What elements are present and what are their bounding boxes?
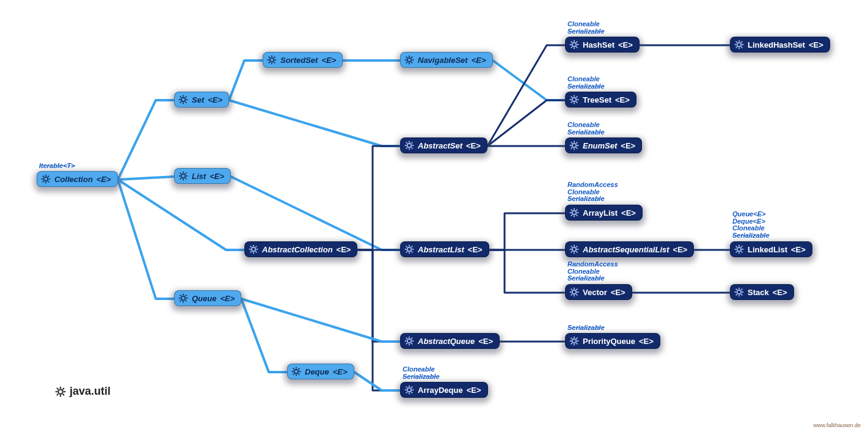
node-generic: <E> bbox=[466, 141, 481, 150]
gear-icon bbox=[178, 171, 188, 181]
svg-line-23 bbox=[43, 176, 44, 177]
node-queue[interactable]: Queue<E> bbox=[174, 290, 241, 306]
svg-line-214 bbox=[736, 294, 737, 295]
node-arraydeque[interactable]: ArrayDeque<E> bbox=[400, 382, 488, 398]
node-abscoll[interactable]: AbstractCollection<E> bbox=[244, 241, 357, 257]
svg-point-54 bbox=[270, 58, 274, 62]
node-sortedset[interactable]: SortedSet<E> bbox=[263, 52, 343, 68]
package-label: java.util bbox=[55, 385, 111, 398]
node-name: AbstractQueue bbox=[418, 337, 475, 346]
node-stack[interactable]: Stack<E> bbox=[730, 284, 794, 300]
node-name: Collection bbox=[54, 175, 93, 184]
node-name: Queue bbox=[192, 294, 216, 303]
gear-icon bbox=[404, 55, 414, 65]
svg-point-189 bbox=[737, 43, 742, 47]
node-name: Deque bbox=[305, 367, 329, 376]
svg-line-79 bbox=[293, 373, 294, 375]
svg-line-158 bbox=[571, 210, 572, 211]
svg-point-63 bbox=[252, 247, 256, 252]
node-absseqlist[interactable]: AbstractSequentialList<E> bbox=[565, 241, 694, 257]
annotation-prioqueue: Serializable bbox=[567, 324, 605, 332]
node-treeset[interactable]: TreeSet<E> bbox=[565, 92, 636, 108]
svg-line-206 bbox=[741, 246, 742, 247]
svg-line-123 bbox=[411, 392, 412, 393]
node-generic: <E> bbox=[611, 288, 625, 297]
node-name: AbstractList bbox=[418, 245, 464, 254]
svg-line-168 bbox=[576, 251, 577, 252]
node-hashset[interactable]: HashSet<E> bbox=[565, 37, 640, 53]
gear-icon bbox=[178, 293, 188, 303]
svg-line-131 bbox=[571, 42, 572, 43]
node-name: ArrayList bbox=[583, 208, 618, 218]
svg-line-205 bbox=[736, 251, 737, 252]
svg-line-107 bbox=[411, 246, 412, 247]
node-generic: <E> bbox=[621, 208, 636, 218]
svg-line-89 bbox=[411, 57, 412, 58]
annotation-treeset: CloneableSerializable bbox=[567, 76, 605, 90]
svg-line-80 bbox=[298, 368, 299, 370]
node-prioqueue[interactable]: PriorityQueue<E> bbox=[565, 333, 660, 349]
svg-point-135 bbox=[572, 98, 577, 102]
node-name: HashSet bbox=[583, 40, 615, 49]
svg-line-142 bbox=[571, 101, 572, 103]
svg-line-133 bbox=[571, 46, 572, 48]
gear-icon bbox=[569, 141, 579, 150]
node-list[interactable]: List<E> bbox=[174, 168, 231, 184]
svg-line-212 bbox=[736, 289, 737, 290]
node-absset[interactable]: AbstractSet<E> bbox=[400, 137, 487, 153]
svg-line-104 bbox=[406, 246, 407, 247]
annotation-arraylist: RandomAccessCloneableSerializable bbox=[567, 181, 618, 203]
node-collection[interactable]: Collection<E> bbox=[37, 171, 118, 187]
svg-line-70 bbox=[250, 251, 252, 252]
gear-icon bbox=[569, 40, 579, 49]
svg-line-16 bbox=[57, 394, 58, 395]
node-linkedlist[interactable]: LinkedList<E> bbox=[730, 241, 812, 257]
svg-line-186 bbox=[576, 343, 577, 344]
gear-icon bbox=[734, 244, 744, 254]
node-name: AbstractCollection bbox=[262, 245, 333, 254]
node-name: LinkedHashSet bbox=[748, 40, 805, 49]
node-abslist[interactable]: AbstractList<E> bbox=[400, 241, 489, 257]
svg-line-95 bbox=[406, 142, 407, 144]
annotation-hashset: CloneableSerializable bbox=[567, 21, 605, 35]
svg-line-213 bbox=[741, 294, 742, 295]
svg-point-126 bbox=[572, 43, 577, 47]
svg-line-176 bbox=[571, 289, 572, 290]
svg-point-171 bbox=[572, 290, 577, 295]
node-set[interactable]: Set<E> bbox=[174, 92, 229, 108]
node-generic: <E> bbox=[673, 245, 688, 254]
svg-line-51 bbox=[185, 300, 186, 301]
svg-line-196 bbox=[736, 46, 737, 48]
node-enumset[interactable]: EnumSet<E> bbox=[565, 137, 642, 153]
svg-point-117 bbox=[407, 388, 412, 392]
gear-icon bbox=[291, 367, 301, 376]
node-name: Stack bbox=[748, 288, 769, 297]
node-absqueue[interactable]: AbstractQueue<E> bbox=[400, 333, 500, 349]
svg-point-72 bbox=[294, 370, 299, 374]
svg-line-116 bbox=[411, 338, 412, 339]
svg-point-180 bbox=[572, 339, 577, 343]
svg-line-140 bbox=[571, 97, 572, 98]
node-vector[interactable]: Vector<E> bbox=[565, 284, 632, 300]
svg-line-141 bbox=[576, 101, 577, 103]
svg-line-33 bbox=[185, 101, 186, 103]
svg-point-27 bbox=[181, 98, 186, 102]
svg-line-124 bbox=[406, 392, 407, 393]
svg-line-88 bbox=[406, 62, 407, 63]
annotation-enumset: CloneableSerializable bbox=[567, 122, 605, 136]
svg-line-152 bbox=[576, 142, 577, 144]
gear-icon bbox=[55, 386, 66, 397]
svg-line-204 bbox=[741, 251, 742, 252]
node-generic: <E> bbox=[773, 288, 787, 297]
node-name: PriorityQueue bbox=[583, 337, 635, 346]
node-linkedhashset[interactable]: LinkedHashSet<E> bbox=[730, 37, 830, 53]
node-name: TreeSet bbox=[583, 95, 611, 104]
credit-link[interactable]: www.falkhausen.de bbox=[813, 422, 861, 428]
node-navset[interactable]: NavigableSet<E> bbox=[400, 52, 493, 68]
svg-line-105 bbox=[411, 251, 412, 252]
node-deque[interactable]: Deque<E> bbox=[287, 364, 354, 379]
svg-line-15 bbox=[63, 394, 64, 395]
svg-line-161 bbox=[576, 210, 577, 211]
svg-line-44 bbox=[185, 173, 186, 174]
node-arraylist[interactable]: ArrayList<E> bbox=[565, 205, 643, 221]
